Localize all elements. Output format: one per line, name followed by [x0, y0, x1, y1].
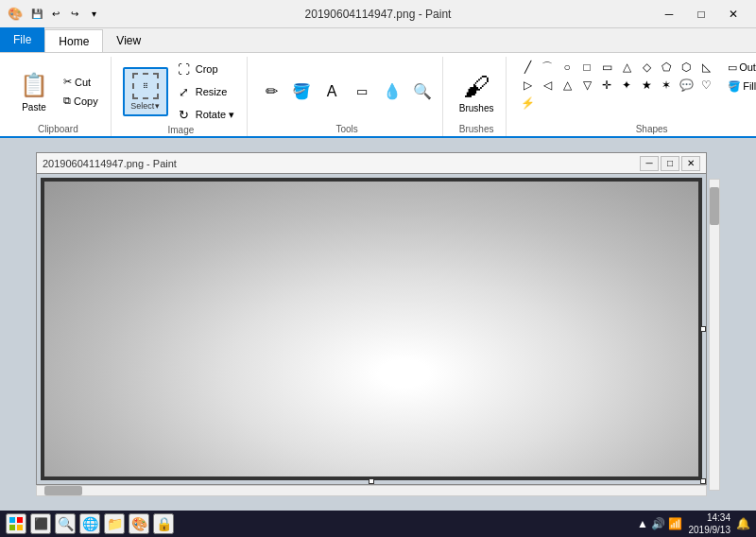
select-button[interactable]: ⠿ Select ▾: [123, 67, 168, 116]
paste-icon: 📋: [19, 70, 49, 100]
canvas-outer: 20190604114947.png - Paint ─ □ ✕: [36, 152, 707, 496]
rotate-label: Rotate ▾: [196, 109, 234, 121]
clock[interactable]: 14:34 2019/9/13: [689, 511, 731, 536]
app-icon: 🎨: [8, 7, 23, 22]
resize-handle-corner[interactable]: [700, 478, 706, 484]
rotate-button[interactable]: ↻ Rotate ▾: [172, 104, 239, 125]
shape-star6[interactable]: ✶: [657, 77, 676, 94]
select-label: Select ▾: [130, 101, 160, 111]
eraser-button[interactable]: ▭: [350, 79, 374, 104]
taskview-button[interactable]: ⬛: [30, 513, 51, 534]
inner-minimize[interactable]: ─: [640, 156, 659, 171]
shape-pentagon[interactable]: ⬠: [657, 59, 676, 76]
start-button[interactable]: [6, 513, 26, 534]
shape-arrow-up[interactable]: △: [558, 77, 576, 94]
inner-close[interactable]: ✕: [681, 156, 700, 171]
shape-roundrect[interactable]: ▭: [597, 59, 616, 76]
edge-icon[interactable]: 🌐: [79, 513, 100, 534]
shape-curve[interactable]: ⌒: [538, 59, 557, 76]
fill-dropdown-button[interactable]: 🪣 Fill ▾: [723, 78, 756, 95]
tab-view[interactable]: View: [103, 29, 154, 52]
shape-callout[interactable]: 💬: [677, 77, 696, 94]
shape-lightning[interactable]: ⚡: [518, 95, 537, 112]
brushes-label: Brushes: [459, 103, 494, 113]
text-button[interactable]: A: [319, 79, 344, 104]
svg-rect-3: [17, 525, 23, 530]
shape-star5[interactable]: ★: [637, 77, 656, 94]
tab-file[interactable]: File: [0, 27, 44, 52]
image-buttons: ⛶ Crop ⤢ Resize ↻ Rotate ▾: [172, 59, 239, 125]
title-bar-icons: 🎨: [8, 7, 23, 22]
shape-arrow-left[interactable]: ◁: [538, 77, 557, 94]
maximize-button[interactable]: □: [686, 4, 716, 25]
inner-maximize[interactable]: □: [661, 156, 679, 171]
shape-star4[interactable]: ✦: [617, 77, 636, 94]
outline-button[interactable]: ▭ Outline ▾: [723, 59, 756, 76]
crop-button[interactable]: ⛶ Crop: [172, 59, 239, 79]
canvas-container[interactable]: [36, 173, 707, 485]
copy-button[interactable]: ⧉ Copy: [59, 93, 103, 110]
main-area: 20190604114947.png - Paint ─ □ ✕: [0, 138, 756, 511]
fill-icon: 🪣: [728, 80, 741, 93]
shape-heart[interactable]: ♡: [696, 77, 715, 94]
resize-handle-right[interactable]: [700, 326, 706, 332]
close-button[interactable]: ✕: [718, 4, 748, 25]
clipboard-small-buttons: ✂ Cut ⧉ Copy: [59, 74, 103, 110]
svg-rect-2: [9, 525, 15, 530]
save-button[interactable]: 💾: [28, 6, 45, 23]
redo-button[interactable]: ↪: [66, 6, 83, 23]
copy-label: Copy: [74, 95, 98, 107]
minimize-button[interactable]: ─: [654, 4, 684, 25]
search-icon-taskbar[interactable]: 🔍: [55, 513, 76, 534]
paint-taskbar-icon[interactable]: 🎨: [129, 513, 149, 534]
shapes-label: Shapes: [636, 124, 668, 136]
resize-button[interactable]: ⤢ Resize: [172, 81, 239, 102]
pencil-button[interactable]: ✏: [259, 79, 284, 104]
image-label: Image: [168, 125, 195, 137]
horizontal-scrollbar[interactable]: [36, 485, 707, 496]
shape-arrow-right[interactable]: ▷: [518, 77, 537, 94]
shape-rect[interactable]: □: [577, 59, 596, 76]
store-icon[interactable]: 🔒: [153, 513, 174, 534]
tab-home[interactable]: Home: [44, 29, 103, 52]
undo-button[interactable]: ↩: [47, 6, 64, 23]
shape-diamond[interactable]: ◇: [637, 59, 656, 76]
clipboard-content: 📋 Paste ✂ Cut ⧉ Copy: [13, 59, 103, 124]
brushes-button[interactable]: 🖌 Brushes: [455, 66, 498, 116]
image-group: ⠿ Select ▾ ⛶ Crop ⤢ Resize ↻ Rotate ▾: [115, 57, 248, 136]
system-tray: ▲ 🔊 📶: [637, 517, 683, 530]
customize-quickaccess-button[interactable]: ▾: [85, 6, 102, 23]
scrollbar-h-thumb[interactable]: [44, 486, 82, 495]
rotate-icon: ↻: [177, 107, 192, 122]
svg-rect-0: [9, 517, 15, 523]
fill-button[interactable]: 🪣: [289, 79, 314, 104]
resize-label: Resize: [196, 86, 228, 97]
notification-icon[interactable]: 🔔: [736, 517, 750, 530]
color-picker-button[interactable]: 💧: [380, 79, 404, 104]
clipboard-label: Clipboard: [38, 124, 78, 136]
shape-oval[interactable]: ○: [558, 59, 576, 76]
paste-button[interactable]: 📋 Paste: [13, 64, 55, 119]
shape-line[interactable]: ╱: [518, 59, 537, 76]
vertical-scrollbar[interactable]: [709, 179, 720, 491]
magnifier-button[interactable]: 🔍: [410, 79, 435, 104]
brushes-group: 🖌 Brushes Brushes: [447, 57, 507, 136]
shape-4arrow[interactable]: ✛: [597, 77, 616, 94]
quick-access-toolbar: 💾 ↩ ↪ ▾: [28, 6, 102, 23]
shape-triangle[interactable]: △: [617, 59, 636, 76]
clipboard-group: 📋 Paste ✂ Cut ⧉ Copy Clipboard: [6, 57, 112, 136]
shape-right-tri[interactable]: ◺: [696, 59, 715, 76]
taskbar: ⬛ 🔍 🌐 📁 🎨 🔒 ▲ 🔊 📶 14:34 2019/9/13 🔔: [0, 511, 756, 537]
shape-arrow-down[interactable]: ▽: [577, 77, 596, 94]
shape-hexagon[interactable]: ⬡: [677, 59, 696, 76]
canvas-image[interactable]: [44, 182, 698, 476]
explorer-icon[interactable]: 📁: [104, 513, 125, 534]
cut-button[interactable]: ✂ Cut: [59, 74, 103, 91]
brushes-group-label: Brushes: [459, 124, 494, 136]
inner-titlebar: 20190604114947.png - Paint ─ □ ✕: [36, 152, 707, 173]
time-display: 14:34: [707, 511, 730, 524]
tools-group: ✏ 🪣 A ▭ 💧 🔍 Tools: [251, 57, 443, 136]
crop-icon: ⛶: [177, 61, 192, 77]
scrollbar-v-thumb[interactable]: [710, 187, 719, 225]
resize-handle-bottom[interactable]: [369, 478, 374, 484]
